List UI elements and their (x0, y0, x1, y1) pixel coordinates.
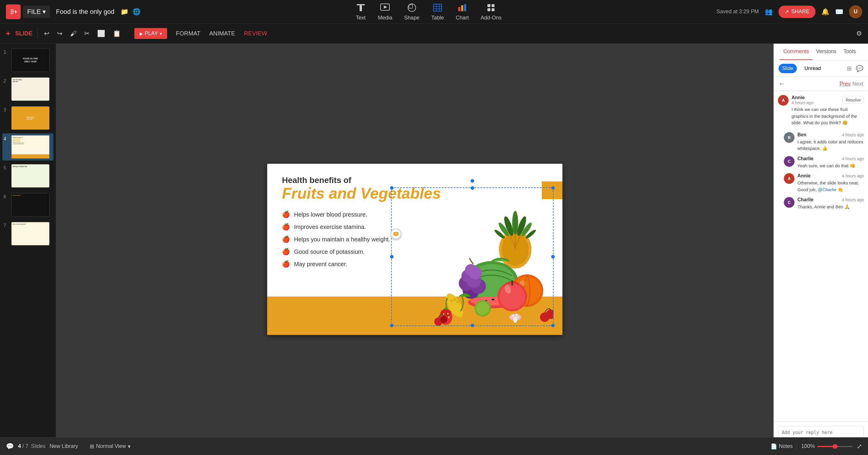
comment-filter: Slide Unread ⊞ 💬 (774, 60, 868, 77)
zoom-slider[interactable] (817, 446, 852, 447)
comment-time-charlie-1: 4 hours ago (842, 156, 864, 161)
comment-content-charlie-2: Charlie 4 hours ago Thanks, Annie and Be… (798, 197, 864, 210)
slide-thumb-6[interactable]: 6 My living plate (2, 191, 54, 218)
prev-button[interactable]: Prev (840, 81, 850, 87)
file-menu-button[interactable]: FILE ▾ (23, 6, 50, 18)
title-icons: 📁 🌐 (120, 8, 141, 15)
svg-point-77 (396, 233, 397, 234)
svg-point-56 (451, 300, 453, 302)
comment-text-annie-1: I think we can use these fruit graphics … (792, 106, 864, 126)
play-button[interactable]: ▶ PLAY ▾ (134, 28, 167, 39)
comment-pin[interactable] (391, 229, 401, 239)
share-button[interactable]: ↗ SHARE (779, 6, 815, 18)
tab-comments[interactable]: Comments (780, 44, 812, 60)
right-bar: Saved at 3:29 PM 👥 ↗ SHARE 🔔 ✉️ U (717, 5, 862, 18)
shape-tool[interactable]: Shape (404, 2, 420, 21)
next-button[interactable]: Next (852, 81, 863, 87)
scissors-button[interactable]: ✂ (82, 28, 91, 39)
comment-thread-4: A Annie 4 hours ago Otherwise, the slide… (778, 173, 864, 193)
comment-author-charlie-1: Charlie (798, 156, 813, 161)
svg-rect-7 (409, 5, 412, 8)
presentation-title: Food is the only god (56, 8, 114, 15)
svg-point-6 (408, 4, 416, 11)
paste-button[interactable]: 📋 (111, 28, 123, 39)
resolve-button[interactable]: Resolve (842, 96, 864, 104)
slide-thumb-7[interactable]: 7 How to feed the planet? (2, 220, 54, 247)
comment-time-ben: 4 hours ago (842, 132, 864, 137)
fruit-illustration (400, 187, 554, 335)
addons-tool[interactable]: Add-Ons (480, 2, 502, 21)
comment-annie-2: A Annie 4 hours ago Otherwise, the slide… (784, 173, 864, 193)
comment-time-annie-2: 4 hours ago (842, 173, 864, 178)
panel-icons: ⊞ 💬 (847, 65, 863, 72)
slide-thumb-4[interactable]: 4 Health benefits of Fruits andVegetable… (2, 133, 54, 161)
tab-versions[interactable]: Versions (812, 44, 840, 60)
chevron-down-icon: ▾ (128, 443, 130, 450)
tab-animate[interactable]: ANIMATE (209, 28, 235, 39)
comment-content-ben: Ben 4 hours ago I agree, it adds color a… (798, 132, 864, 152)
svg-rect-18 (488, 8, 490, 11)
slide-canvas: Health benefits of Fruits and Vegetables… (267, 164, 562, 335)
back-button[interactable]: ← (779, 80, 785, 88)
people-icon[interactable]: 👥 (765, 8, 773, 15)
notes-button[interactable]: 📄 Notes (771, 443, 793, 450)
slide-thumb-1[interactable]: 1 FOOD IS THEONLY GOD (2, 46, 54, 74)
format-painter-button[interactable]: 🖌 (68, 28, 78, 39)
svg-rect-3 (360, 5, 362, 11)
redo-button[interactable]: ↪ (55, 28, 64, 39)
avatar-charlie-2: C (784, 197, 795, 208)
undo-button[interactable]: ↩ (42, 28, 51, 39)
comment-author-annie: Annie (792, 95, 805, 100)
tab-review[interactable]: REVIEW (244, 28, 267, 39)
svg-point-62 (447, 313, 448, 315)
new-library-button[interactable]: New Library (50, 443, 78, 449)
add-comment-icon[interactable]: 💬 (856, 65, 863, 72)
slide-thumb-3[interactable]: 3 But what'sthe cost? (2, 104, 54, 132)
svg-point-57 (454, 299, 456, 300)
svg-rect-2 (356, 4, 365, 5)
tab-format[interactable]: FORMAT (176, 28, 200, 39)
svg-rect-14 (461, 5, 463, 11)
expand-icon[interactable]: ⊞ (847, 65, 852, 72)
chat-icon[interactable]: 💬 (6, 443, 14, 450)
slide-thumb-5[interactable]: 5 Eating a healthy diet (2, 162, 54, 189)
svg-point-50 (500, 284, 525, 309)
avatar-charlie-1: C (784, 156, 795, 167)
globe-icon[interactable]: 🌐 (132, 8, 141, 15)
avatar-annie: A (778, 95, 788, 106)
edit-tools: ↩ ↪ 🖌 ✂ ⬜ 📋 (42, 28, 123, 39)
svg-marker-5 (384, 6, 388, 8)
notifications-icon[interactable]: 🔔 (822, 8, 829, 15)
svg-point-72 (518, 317, 519, 318)
comment-content-charlie-1: Charlie 4 hours ago Yeah sure, we can do… (798, 156, 864, 169)
slide-thumb-2[interactable]: 2 You are whatyou eat (2, 75, 54, 103)
bottom-left: 💬 4 / 7 Slides New Library (6, 443, 78, 450)
mail-icon[interactable]: ✉️ (835, 8, 843, 15)
svg-point-70 (512, 315, 514, 317)
comment-annie-1: A Annie 4 hours ago Resolve I think we c… (778, 95, 864, 126)
svg-point-60 (440, 309, 451, 316)
fullscreen-icon[interactable]: ⤢ (857, 443, 862, 450)
filter-unread-button[interactable]: Unread (801, 64, 825, 73)
tab-tools[interactable]: Tools (840, 44, 860, 60)
svg-rect-16 (488, 4, 490, 7)
toolbar-center: Text Media Shape Table Chart Add-Ons (355, 2, 502, 21)
user-avatar[interactable]: U (849, 5, 862, 18)
comment-thread-5: C Charlie 4 hours ago Thanks, Annie and … (778, 197, 864, 210)
mention-charlie: @Charlie (818, 187, 836, 192)
comment-text-annie-2: Otherwise, the slide looks neat. Good jo… (798, 180, 864, 193)
sidebar: 1 FOOD IS THEONLY GOD 2 You are whatyou … (0, 44, 56, 455)
folder-icon[interactable]: 📁 (120, 8, 128, 15)
media-tool[interactable]: Media (378, 2, 392, 21)
notes-icon: 📄 (771, 443, 777, 450)
filter-slide-button[interactable]: Slide (779, 64, 797, 73)
copy-button[interactable]: ⬜ (95, 28, 107, 39)
add-slide-button[interactable]: + SLIDE (6, 29, 32, 38)
text-tool[interactable]: Text (355, 2, 366, 21)
canvas-area: Health benefits of Fruits and Vegetables… (56, 44, 774, 455)
chart-tool[interactable]: Chart (456, 2, 469, 21)
table-tool[interactable]: Table (431, 2, 444, 21)
settings-gear-icon[interactable]: ⚙ (856, 30, 862, 37)
comment-text-ben: I agree, it adds color and reduces white… (798, 139, 864, 152)
top-bar: FILE ▾ Food is the only god 📁 🌐 Text Med… (0, 0, 868, 24)
